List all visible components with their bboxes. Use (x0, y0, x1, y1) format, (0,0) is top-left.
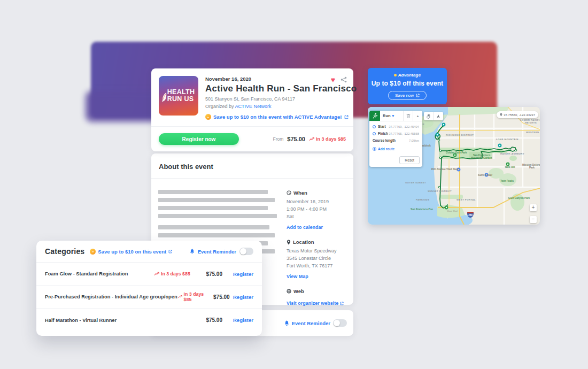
category-row: Pre-Purchased Registration - Individual … (36, 286, 262, 309)
toggle-knob (240, 248, 246, 255)
route-finish-row: Finish 37.77765, -122.45568 (373, 132, 419, 135)
advantage-promo-card: Advantage Up to $10 off this event Save … (368, 68, 447, 104)
select-arrow-tool[interactable] (434, 112, 444, 120)
price-from-label: From (273, 136, 283, 142)
event-logo: HEALTH RUN US (159, 76, 198, 116)
categories-card: Categories » Save up to $10 on this even… (36, 241, 262, 336)
pan-hand-tool[interactable] (424, 112, 434, 120)
price-group: From $75.00 In 3 days $85 (273, 136, 346, 142)
start-coordinates: 37.77769, -122.45404 (389, 125, 419, 128)
web-block: Web Visit organizer website (287, 288, 347, 307)
route-planner-header: Run ▾ ▴ (369, 111, 422, 121)
map-marker[interactable] (485, 173, 489, 177)
collapse-panel-button[interactable]: ▴ (413, 111, 422, 121)
event-address: 501 Stanyon St, San Francisco, CA 94117 (205, 96, 357, 102)
route-planner-panel: Run ▾ ▴ Start 37.77769, -122.45404 F (369, 111, 422, 167)
plus-circle-icon (373, 147, 376, 151)
event-logo-text: HEALTH RUN US (167, 89, 195, 103)
categories-title: Categories (45, 247, 84, 256)
share-icon[interactable] (341, 76, 347, 83)
activity-select[interactable]: Run ▾ (380, 111, 403, 121)
map-marker[interactable] (506, 163, 510, 166)
zoom-in-button[interactable]: + (530, 204, 537, 211)
feather-icon (161, 92, 168, 103)
finish-point-icon (373, 132, 376, 135)
category-name: Foam Glow - Standard Registration (45, 271, 154, 276)
text-placeholder-bar (158, 206, 268, 210)
advantage-note-link[interactable]: Save up to $10 on this event with ACTIVE… (213, 114, 342, 120)
price-surge: In 3 days $85 (309, 136, 346, 142)
bell-icon (284, 320, 289, 326)
start-label: Start (378, 125, 386, 128)
location-line: Texas Motor Speedway (287, 248, 347, 253)
register-link[interactable]: Register (222, 271, 253, 277)
map-marker[interactable] (457, 168, 461, 172)
event-title: Active Health Run - San Francisco (205, 83, 357, 94)
navigation-arrow-icon (436, 114, 440, 119)
text-placeholder-bar (158, 198, 275, 202)
register-link[interactable]: Register (230, 294, 253, 300)
delete-route-button[interactable] (403, 111, 413, 121)
location-pin-icon (500, 113, 502, 117)
advantage-badge-icon: » (90, 249, 96, 255)
map-toolbar (424, 112, 443, 120)
category-name: Pre-Purchased Registration - Individual … (45, 294, 177, 299)
event-organizer-line: Organized by ACTIVE Network (205, 104, 357, 109)
course-length-label: Course length (373, 139, 396, 142)
categories-header: Categories » Save up to $10 on this even… (36, 241, 262, 263)
course-length-row: Course length 7.09km (373, 139, 419, 142)
event-reminder-toggle[interactable] (239, 248, 253, 255)
organizer-link[interactable]: ACTIVE Network (235, 104, 272, 109)
promo-headline: Up to $10 off this event (372, 80, 443, 87)
location-line: 3545 Lonestar Circle (287, 256, 347, 261)
zoom-out-button[interactable]: − (530, 216, 537, 223)
text-placeholder-bar (158, 190, 268, 194)
toggle-knob (334, 320, 340, 326)
map-marker[interactable] (453, 153, 457, 157)
map-marker[interactable] (436, 133, 439, 137)
categories-promo-link[interactable]: Save up to $10 on this event (98, 249, 166, 255)
location-pin-icon (287, 240, 291, 245)
advantage-brand: Advantage (394, 73, 421, 78)
start-point-icon (373, 125, 376, 128)
category-row: Half Marathon - Virtual Runner $75.00 Re… (36, 309, 262, 332)
add-route-link[interactable]: Add route (373, 147, 419, 151)
external-link-icon (340, 302, 344, 305)
reset-route-button[interactable]: Reset (399, 156, 420, 164)
category-price: $75.00 (197, 317, 222, 323)
advantage-badge-icon: » (205, 114, 211, 120)
view-map-link[interactable]: View Map (287, 274, 308, 279)
finish-label: Finish (378, 132, 388, 135)
route-map-card: SEA CLIFF OUTER RICHMOND RICHMOND DISTRI… (368, 107, 540, 225)
category-row: Foam Glow - Standard Registration In 3 d… (36, 263, 262, 286)
event-register-row: Register now From $75.00 In 3 days $85 (151, 126, 353, 151)
map-marker[interactable] (498, 144, 502, 148)
category-name: Half Marathon - Virtual Runner (45, 318, 154, 323)
map-marker[interactable] (445, 206, 448, 210)
event-card: HEALTH RUN US November 16, 2020 Active H… (151, 68, 353, 151)
favorite-heart-icon[interactable]: ♥ (331, 76, 335, 83)
finish-coordinates: 37.77765, -122.45568 (389, 132, 419, 135)
register-now-button[interactable]: Register now (159, 133, 239, 145)
categories-promo: » Save up to $10 on this event (90, 249, 172, 255)
event-reminder-label: Event Reminder (198, 249, 236, 255)
external-link-icon (344, 115, 349, 119)
map-marker[interactable] (442, 123, 446, 127)
text-placeholder-bar (158, 214, 277, 218)
event-reminder-toggle[interactable] (333, 319, 347, 327)
save-now-button[interactable]: Save now (388, 91, 427, 100)
category-price: $75.00 (210, 294, 230, 300)
clock-icon (287, 190, 291, 195)
category-surge: In 3 days $85 (154, 271, 197, 276)
add-to-calendar-link[interactable]: Add to calendar (287, 225, 323, 230)
route-start-row: Start 37.77769, -122.45404 (373, 125, 419, 128)
bell-icon (190, 249, 195, 254)
visit-organizer-website-link[interactable]: Visit organizer website (287, 301, 344, 306)
trending-up-icon (309, 137, 314, 141)
category-surge: In 3 days $85 (177, 291, 210, 302)
event-reminder-control: Event Reminder (190, 248, 253, 255)
register-link[interactable]: Register (222, 317, 253, 323)
chevron-up-icon: ▴ (417, 114, 419, 118)
globe-icon (287, 289, 291, 294)
chevron-down-icon: ▾ (392, 114, 394, 118)
